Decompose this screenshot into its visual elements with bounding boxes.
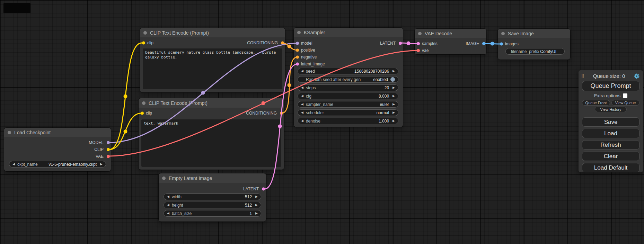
link-midpoint-dot[interactable] [407,42,411,45]
collapse-dot-icon[interactable] [143,31,147,35]
link-midpoint-dot[interactable] [124,130,127,134]
increment-arrow-icon[interactable]: ▶ [392,86,395,89]
sampler-name-widget[interactable]: ◀ sampler_name euler ▶ [298,101,398,108]
widget-label: sampler_name [306,102,333,107]
decrement-arrow-icon[interactable]: ◀ [301,103,303,106]
widget-value: 1 [249,211,252,216]
prompt-textarea[interactable]: text, watermark [141,119,281,167]
decrement-arrow-icon[interactable]: ◀ [301,119,303,123]
decrement-arrow-icon[interactable]: ◀ [167,195,169,198]
increment-arrow-icon[interactable]: ▶ [392,103,395,106]
node-load-checkpoint[interactable]: Load Checkpoint MODEL CLIP VAE ◀ ckpt_na… [4,128,111,171]
negative-input-slot[interactable] [296,56,299,59]
samples-input-slot[interactable] [417,42,420,45]
increment-arrow-icon[interactable]: ▶ [392,111,395,114]
node-graph-canvas[interactable]: Load Checkpoint MODEL CLIP VAE ◀ ckpt_na… [0,0,644,244]
queue-prompt-button[interactable]: Queue Prompt [582,81,639,91]
settings-gear-icon[interactable] [634,73,639,79]
link-midpoint-dot[interactable] [288,83,291,87]
conditioning-output-slot[interactable] [280,112,283,115]
collapse-dot-icon[interactable] [162,177,166,180]
clip-input-slot[interactable] [141,112,144,115]
node-titlebar[interactable]: VAE Decode [415,29,486,38]
node-save-image[interactable]: Save Image images filename_prefix ComfyU… [498,29,570,60]
clear-button[interactable]: Clear [582,152,639,161]
cfg-widget[interactable]: ◀ cfg 8.000 ▶ [298,93,398,99]
image-output-slot[interactable] [482,42,485,45]
toggle-icon[interactable] [390,77,395,82]
node-titlebar[interactable]: Empty Latent Image [159,173,266,183]
clip-output-slot[interactable] [107,148,110,151]
collapse-dot-icon[interactable] [8,131,11,134]
images-input-slot[interactable] [500,43,503,46]
canvas-dark-region [3,3,30,13]
latent-image-input-slot[interactable] [296,63,299,66]
node-titlebar[interactable]: Load Checkpoint [4,128,111,137]
widget-value: normal [376,110,389,115]
node-titlebar[interactable]: KSampler [294,28,403,37]
view-queue-button[interactable]: View Queue [611,100,639,106]
view-history-button[interactable]: View History [595,107,627,112]
filename-prefix-widget[interactable]: filename_prefix ComfyUI [505,48,565,55]
random-seed-widget[interactable]: Random seed after every gen enabled [298,76,398,83]
decrement-arrow-icon[interactable]: ◀ [12,163,15,166]
decrement-arrow-icon[interactable]: ◀ [167,212,169,215]
vae-output-slot[interactable] [107,155,110,158]
latent-output-slot[interactable] [399,42,402,45]
node-clip-text-encode-positive[interactable]: CLIP Text Encode (Prompt) clip CONDITION… [140,28,285,92]
increment-arrow-icon[interactable]: ▶ [255,204,258,207]
refresh-button[interactable]: Refresh [582,140,639,150]
increment-arrow-icon[interactable]: ▶ [100,163,103,166]
denoise-widget[interactable]: ◀ denoise 1.000 ▶ [298,118,398,124]
images-input-label: images [505,40,519,47]
decrement-arrow-icon[interactable]: ◀ [301,94,303,98]
model-input-slot[interactable] [296,42,299,45]
width-widget[interactable]: ◀ width 512 ▶ [164,193,261,200]
increment-arrow-icon[interactable]: ▶ [392,94,395,98]
node-titlebar[interactable]: CLIP Text Encode (Prompt) [140,28,285,37]
load-default-button[interactable]: Load Default [582,163,639,172]
model-output-slot[interactable] [107,141,110,144]
extra-options-checkbox[interactable] [623,93,627,98]
save-button[interactable]: Save [582,117,639,127]
node-titlebar[interactable]: CLIP Text Encode (Prompt) [139,98,284,108]
conditioning-output-slot[interactable] [281,42,284,45]
latent-output-slot[interactable] [262,188,265,191]
samples-input-label: samples [422,40,438,47]
node-empty-latent-image[interactable]: Empty Latent Image LATENT ◀ width 512 ▶ … [159,173,266,222]
increment-arrow-icon[interactable]: ▶ [255,195,258,198]
link-midpoint-dot[interactable] [124,94,127,98]
node-clip-text-encode-negative[interactable]: CLIP Text Encode (Prompt) clip CONDITION… [139,98,284,170]
prompt-textarea[interactable]: beautiful scenery nature glass bottle la… [143,48,282,89]
ckpt-name-widget[interactable]: ◀ ckpt_name v1-5-pruned-emaonly.ckpt ▶ [9,161,106,168]
collapse-dot-icon[interactable] [142,101,145,105]
vae-input-slot[interactable] [417,49,420,52]
decrement-arrow-icon[interactable]: ◀ [301,70,303,73]
increment-arrow-icon[interactable]: ▶ [392,70,395,73]
collapse-dot-icon[interactable] [418,32,422,35]
node-titlebar[interactable]: Save Image [498,29,570,38]
batch-size-widget[interactable]: ◀ batch_size 1 ▶ [164,210,261,217]
link-midpoint-dot[interactable] [491,42,494,46]
decrement-arrow-icon[interactable]: ◀ [167,204,169,207]
decrement-arrow-icon[interactable]: ◀ [301,86,303,89]
collapse-dot-icon[interactable] [297,31,301,34]
drag-handle-icon[interactable]: ⣿ [581,74,584,78]
collapse-dot-icon[interactable] [501,32,505,35]
node-vae-decode[interactable]: VAE Decode samples IMAGE vae [415,29,486,54]
queue-front-button[interactable]: Queue Front [582,100,610,106]
clip-output-label: CLIP [94,146,104,153]
steps-widget[interactable]: ◀ steps 20 ▶ [298,84,398,91]
decrement-arrow-icon[interactable]: ◀ [301,111,303,114]
node-ksampler[interactable]: KSampler LATENT model positive negative … [294,28,403,127]
height-widget[interactable]: ◀ height 512 ▶ [164,202,261,208]
seed-widget[interactable]: ◀ seed 156680208700286 ▶ [298,68,398,74]
clip-input-label: clip [147,39,153,46]
increment-arrow-icon[interactable]: ▶ [392,119,395,123]
load-button[interactable]: Load [582,129,639,138]
increment-arrow-icon[interactable]: ▶ [255,212,258,215]
clip-input-slot[interactable] [142,42,145,45]
link-midpoint-dot[interactable] [288,45,291,48]
positive-input-slot[interactable] [296,49,299,52]
scheduler-widget[interactable]: ◀ scheduler normal ▶ [298,109,398,116]
